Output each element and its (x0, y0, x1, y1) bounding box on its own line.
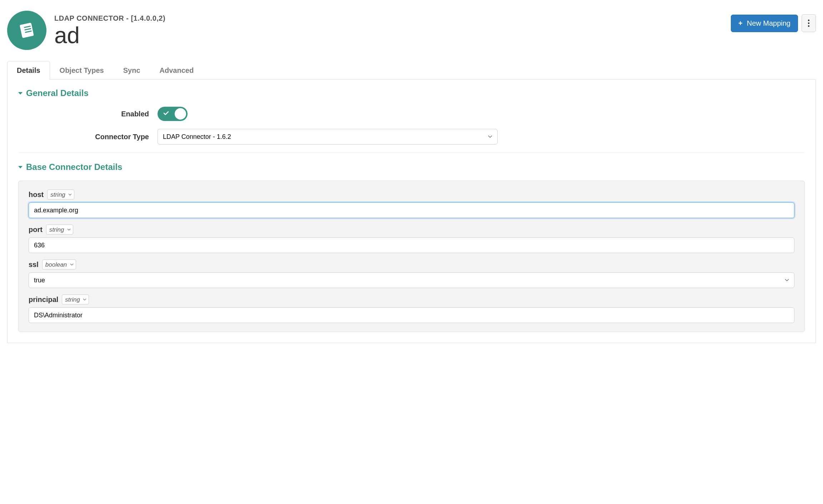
field-port: port string (29, 225, 794, 253)
field-host: host string (29, 190, 794, 218)
svg-point-7 (808, 25, 809, 27)
section-general-header[interactable]: General Details (18, 88, 805, 98)
toggle-enabled[interactable] (158, 107, 188, 121)
label-enabled: Enabled (18, 110, 158, 118)
header-titles: LDAP CONNECTOR - [1.4.0.0,2) ad (54, 14, 165, 47)
field-ssl: ssl boolean true (29, 259, 794, 288)
section-base-header[interactable]: Base Connector Details (18, 162, 805, 172)
tab-content: General Details Enabled Connector Type L… (7, 80, 816, 343)
check-icon (163, 110, 169, 117)
type-select-principal[interactable]: string (62, 294, 89, 304)
kebab-icon (808, 19, 810, 27)
input-principal[interactable] (29, 307, 794, 323)
header-left: LDAP CONNECTOR - [1.4.0.0,2) ad (7, 11, 165, 50)
tabs: Details Object Types Sync Advanced (7, 61, 816, 80)
new-mapping-label: New Mapping (747, 19, 790, 27)
label-ssl: ssl (29, 261, 39, 269)
plus-icon: + (738, 19, 743, 27)
label-port: port (29, 226, 43, 234)
divider (18, 152, 805, 153)
connector-logo (7, 11, 46, 50)
field-principal: principal string (29, 294, 794, 323)
type-select-ssl[interactable]: boolean (42, 259, 76, 269)
page-header: LDAP CONNECTOR - [1.4.0.0,2) ad + New Ma… (7, 4, 816, 61)
tab-object-types[interactable]: Object Types (50, 61, 114, 80)
select-ssl[interactable]: true (29, 272, 794, 288)
base-connector-box: host string port string ssl (18, 181, 805, 332)
label-principal: principal (29, 296, 58, 304)
header-actions: + New Mapping (731, 11, 816, 32)
label-connector-type: Connector Type (18, 133, 158, 141)
input-port[interactable] (29, 237, 794, 253)
svg-point-6 (808, 22, 809, 24)
row-connector-type: Connector Type LDAP Connector - 1.6.2 (18, 129, 805, 145)
connector-title: ad (54, 24, 165, 47)
book-icon (17, 20, 37, 40)
type-select-host[interactable]: string (47, 190, 74, 200)
new-mapping-button[interactable]: + New Mapping (731, 15, 798, 32)
section-general-title: General Details (26, 88, 89, 98)
select-connector-type[interactable]: LDAP Connector - 1.6.2 (158, 129, 498, 145)
input-host[interactable] (29, 202, 794, 218)
connector-subtitle: LDAP CONNECTOR - [1.4.0.0,2) (54, 14, 165, 22)
section-base-title: Base Connector Details (26, 162, 122, 172)
chevron-down-icon (18, 166, 23, 168)
tab-sync[interactable]: Sync (114, 61, 150, 80)
label-host: host (29, 191, 44, 199)
toggle-knob (175, 108, 186, 120)
type-select-port[interactable]: string (46, 225, 73, 235)
chevron-down-icon (18, 92, 23, 95)
tab-details[interactable]: Details (7, 61, 50, 80)
svg-point-5 (808, 20, 809, 21)
tab-advanced[interactable]: Advanced (150, 61, 204, 80)
more-actions-button[interactable] (802, 14, 816, 32)
row-enabled: Enabled (18, 107, 805, 121)
